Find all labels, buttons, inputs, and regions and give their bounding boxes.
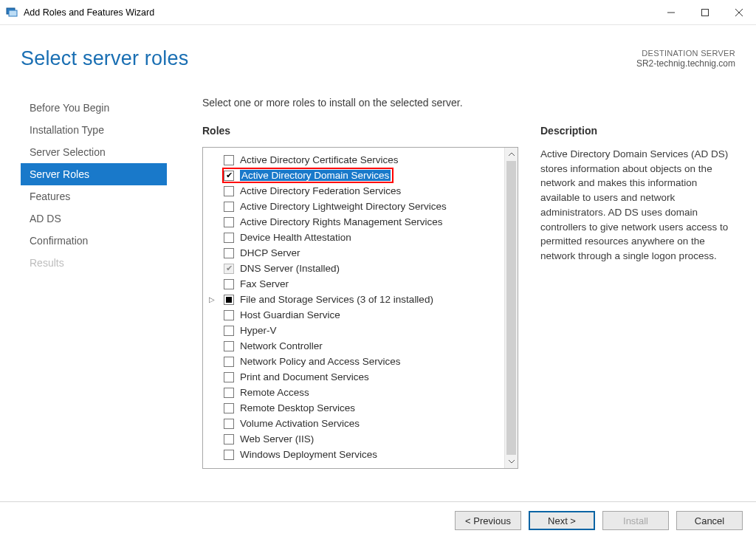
scroll-down-button[interactable] xyxy=(505,455,518,468)
role-checkbox[interactable] xyxy=(224,388,234,398)
description-text: Active Directory Domain Services (AD DS)… xyxy=(540,147,735,264)
role-checkbox[interactable] xyxy=(224,372,234,382)
role-label: Host Guardian Service xyxy=(240,309,340,320)
role-checkbox[interactable] xyxy=(224,186,234,196)
role-row[interactable]: Active Directory Domain Services xyxy=(207,168,501,183)
cancel-button[interactable]: Cancel xyxy=(676,511,743,530)
role-checkbox[interactable] xyxy=(224,326,234,336)
roles-heading: Roles xyxy=(202,125,518,137)
role-row[interactable]: Hyper-V xyxy=(207,323,501,338)
role-row[interactable]: Active Directory Rights Management Servi… xyxy=(207,214,501,230)
role-label: Web Server (IIS) xyxy=(240,433,314,444)
role-checkbox xyxy=(224,264,234,274)
role-row[interactable]: Device Health Attestation xyxy=(207,230,501,245)
titlebar: Add Roles and Features Wizard xyxy=(0,0,756,25)
role-checkbox[interactable] xyxy=(224,310,234,320)
role-row[interactable]: Volume Activation Services xyxy=(207,416,501,431)
role-checkbox[interactable] xyxy=(224,202,234,212)
role-label: Windows Deployment Services xyxy=(240,449,377,460)
role-row[interactable]: Windows Deployment Services xyxy=(207,447,501,462)
role-row[interactable]: Host Guardian Service xyxy=(207,307,501,323)
role-checkbox[interactable] xyxy=(224,248,234,258)
instruction-text: Select one or more roles to install on t… xyxy=(202,97,735,109)
role-checkbox[interactable] xyxy=(224,341,234,351)
role-row[interactable]: DHCP Server xyxy=(207,245,501,261)
role-label: File and Storage Services (3 of 12 insta… xyxy=(240,294,433,305)
maximize-button[interactable] xyxy=(688,0,722,24)
close-button[interactable] xyxy=(722,0,756,24)
expand-icon[interactable]: ▷ xyxy=(209,295,215,303)
sidebar-item-installation-type[interactable]: Installation Type xyxy=(21,119,167,141)
role-row[interactable]: ▷File and Storage Services (3 of 12 inst… xyxy=(207,292,501,307)
scroll-track[interactable] xyxy=(505,161,518,455)
sidebar-item-server-selection[interactable]: Server Selection xyxy=(21,141,167,163)
role-checkbox[interactable] xyxy=(224,171,234,181)
page-title: Select server roles xyxy=(21,47,188,70)
svg-rect-1 xyxy=(9,10,17,16)
role-label: DNS Server (Installed) xyxy=(240,263,340,274)
role-row[interactable]: Active Directory Lightweight Directory S… xyxy=(207,199,501,214)
sidebar-item-server-roles[interactable]: Server Roles xyxy=(21,163,167,185)
role-row[interactable]: Web Server (IIS) xyxy=(207,431,501,447)
sidebar-item-results: Results xyxy=(21,252,167,274)
svg-rect-3 xyxy=(702,9,709,16)
window-title: Add Roles and Features Wizard xyxy=(24,7,654,18)
role-label: Remote Desktop Services xyxy=(240,402,355,413)
role-label: DHCP Server xyxy=(240,247,300,258)
role-label: Fax Server xyxy=(240,278,289,289)
role-label: Hyper-V xyxy=(240,325,277,336)
wizard-sidebar: Before You BeginInstallation TypeServer … xyxy=(21,97,167,469)
description-heading: Description xyxy=(540,125,735,137)
role-label: Network Policy and Access Services xyxy=(240,356,401,367)
install-button: Install xyxy=(602,511,669,530)
role-row[interactable]: Remote Desktop Services xyxy=(207,400,501,416)
previous-button[interactable]: < Previous xyxy=(455,511,521,530)
role-checkbox[interactable] xyxy=(224,450,234,460)
role-checkbox[interactable] xyxy=(224,217,234,227)
app-icon xyxy=(6,7,18,18)
scroll-thumb[interactable] xyxy=(506,161,516,455)
role-label: Active Directory Certificate Services xyxy=(240,154,399,165)
role-checkbox[interactable] xyxy=(224,233,234,243)
role-row[interactable]: Active Directory Certificate Services xyxy=(207,152,501,168)
roles-list[interactable]: Active Directory Certificate ServicesAct… xyxy=(203,148,504,468)
scroll-up-button[interactable] xyxy=(505,148,518,161)
role-label: Active Directory Rights Management Servi… xyxy=(240,216,443,227)
role-label: Active Directory Domain Services xyxy=(240,170,391,181)
role-checkbox[interactable] xyxy=(224,295,234,305)
destination-block: DESTINATION SERVER SR2-technig.technig.c… xyxy=(636,49,735,69)
role-label: Volume Activation Services xyxy=(240,418,360,429)
role-checkbox[interactable] xyxy=(224,419,234,429)
sidebar-item-confirmation[interactable]: Confirmation xyxy=(21,230,167,252)
sidebar-item-before-you-begin[interactable]: Before You Begin xyxy=(21,97,167,119)
role-label: Device Health Attestation xyxy=(240,232,351,243)
role-row[interactable]: Remote Access xyxy=(207,385,501,400)
role-label: Active Directory Federation Services xyxy=(240,185,401,196)
role-checkbox[interactable] xyxy=(224,155,234,165)
minimize-button[interactable] xyxy=(654,0,688,24)
role-checkbox[interactable] xyxy=(224,357,234,367)
footer-separator xyxy=(0,501,756,502)
role-row[interactable]: DNS Server (Installed) xyxy=(207,261,501,276)
role-checkbox[interactable] xyxy=(224,434,234,444)
role-checkbox[interactable] xyxy=(224,279,234,289)
role-checkbox[interactable] xyxy=(224,403,234,413)
destination-value: SR2-technig.technig.com xyxy=(636,58,735,69)
role-label: Print and Document Services xyxy=(240,371,369,382)
role-row[interactable]: Active Directory Federation Services xyxy=(207,183,501,199)
sidebar-item-features[interactable]: Features xyxy=(21,185,167,207)
wizard-footer: < Previous Next > Install Cancel xyxy=(455,511,743,530)
role-row[interactable]: Network Policy and Access Services xyxy=(207,354,501,369)
next-button[interactable]: Next > xyxy=(529,511,595,530)
role-row[interactable]: Fax Server xyxy=(207,276,501,292)
window-controls xyxy=(654,0,756,24)
sidebar-item-ad-ds[interactable]: AD DS xyxy=(21,207,167,230)
role-label: Network Controller xyxy=(240,340,323,351)
role-row[interactable]: Print and Document Services xyxy=(207,369,501,385)
role-label: Remote Access xyxy=(240,387,309,398)
roles-scrollbar[interactable] xyxy=(504,148,518,468)
destination-label: DESTINATION SERVER xyxy=(636,49,735,58)
role-label: Active Directory Lightweight Directory S… xyxy=(240,201,447,212)
role-row[interactable]: Network Controller xyxy=(207,338,501,354)
roles-listbox: Active Directory Certificate ServicesAct… xyxy=(202,147,518,469)
